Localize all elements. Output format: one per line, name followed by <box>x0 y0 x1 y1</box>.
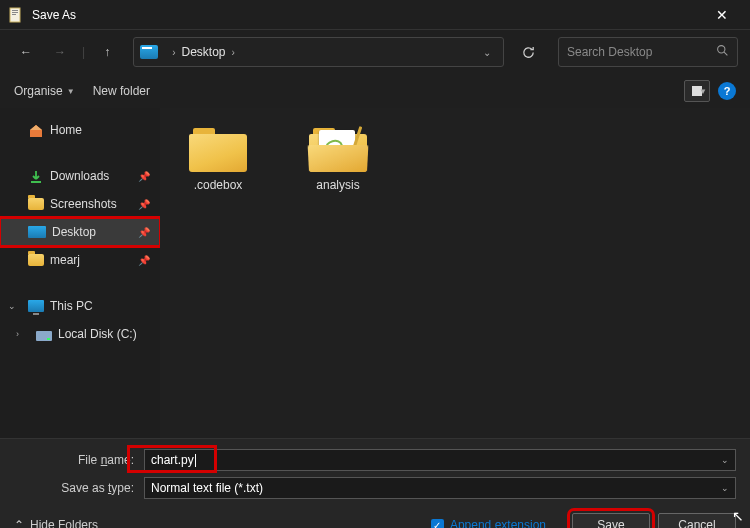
chevron-down-icon[interactable]: ⌄ <box>721 455 729 465</box>
savetype-select[interactable]: Normal text file (*.txt) ⌄ <box>144 477 736 499</box>
folder-icon <box>309 128 367 172</box>
help-button[interactable]: ? <box>718 82 736 100</box>
breadcrumb-bar[interactable]: › Desktop › ⌄ <box>133 37 504 67</box>
refresh-button[interactable] <box>514 38 542 66</box>
svg-line-5 <box>724 52 727 55</box>
folder-icon <box>28 198 44 210</box>
pin-icon: 📌 <box>138 199 150 210</box>
svg-rect-3 <box>12 14 16 15</box>
pin-icon: 📌 <box>138 171 150 182</box>
sidebar-item-mearj[interactable]: mearj 📌 <box>0 246 160 274</box>
search-placeholder: Search Desktop <box>567 45 652 59</box>
folder-label: analysis <box>316 178 359 192</box>
sidebar-item-screenshots[interactable]: Screenshots 📌 <box>0 190 160 218</box>
hide-folders-toggle[interactable]: ⌃ Hide Folders <box>14 518 98 528</box>
sidebar-item-label: Local Disk (C:) <box>58 327 137 341</box>
home-icon <box>28 123 44 137</box>
folder-label: .codebox <box>194 178 243 192</box>
window-title: Save As <box>32 8 702 22</box>
sidebar: Home Downloads 📌 Screenshots 📌 Desktop 📌… <box>0 108 160 438</box>
back-button[interactable]: ← <box>12 38 40 66</box>
chevron-right-icon[interactable]: › <box>16 329 19 339</box>
cancel-button[interactable]: Cancel <box>658 513 736 528</box>
download-icon <box>28 169 44 183</box>
sidebar-item-downloads[interactable]: Downloads 📌 <box>0 162 160 190</box>
sidebar-item-home[interactable]: Home <box>0 116 160 144</box>
pin-icon: 📌 <box>138 255 150 266</box>
highlight-filename <box>127 445 217 473</box>
sidebar-item-local-disk[interactable]: › Local Disk (C:) <box>0 320 160 348</box>
folder-icon <box>189 128 247 172</box>
chevron-right-icon: › <box>232 47 235 58</box>
search-input[interactable]: Search Desktop <box>558 37 738 67</box>
search-icon <box>716 44 729 60</box>
app-icon <box>8 7 24 23</box>
up-button[interactable]: ↑ <box>93 38 121 66</box>
chevron-right-icon: › <box>172 47 175 58</box>
forward-button[interactable]: → <box>46 38 74 66</box>
chevron-up-icon: ⌃ <box>14 518 24 528</box>
append-extension-checkbox[interactable]: ✓ Append extension <box>431 518 546 528</box>
breadcrumb-dropdown[interactable]: ⌄ <box>477 47 497 58</box>
desktop-icon <box>28 226 46 238</box>
titlebar: Save As ✕ <box>0 0 750 30</box>
new-folder-button[interactable]: New folder <box>93 84 150 98</box>
pin-icon: 📌 <box>138 227 150 238</box>
folder-content-area[interactable]: .codebox analysis <box>160 108 750 438</box>
pc-icon <box>28 300 44 312</box>
checkbox-checked-icon: ✓ <box>431 519 444 529</box>
close-button[interactable]: ✕ <box>702 7 742 23</box>
sidebar-item-label: Screenshots <box>50 197 117 211</box>
sidebar-item-label: mearj <box>50 253 80 267</box>
chevron-down-icon: ▼ <box>67 87 75 96</box>
svg-rect-2 <box>12 12 18 13</box>
svg-point-4 <box>718 46 725 53</box>
filename-input[interactable]: chart.py ⌄ <box>144 449 736 471</box>
save-button[interactable]: Save <box>572 513 650 528</box>
drive-icon <box>36 331 52 341</box>
svg-rect-1 <box>12 10 18 11</box>
sidebar-item-label: This PC <box>50 299 93 313</box>
sidebar-item-label: Home <box>50 123 82 137</box>
breadcrumb-location[interactable]: Desktop <box>181 45 225 59</box>
toolbar: Organise ▼ New folder ▼ ? <box>0 74 750 108</box>
sidebar-item-label: Downloads <box>50 169 109 183</box>
savetype-label: Save as type: <box>14 481 144 495</box>
folder-icon <box>28 254 44 266</box>
desktop-icon <box>140 45 158 59</box>
sidebar-item-this-pc[interactable]: ⌄ This PC <box>0 292 160 320</box>
sidebar-item-desktop[interactable]: Desktop 📌 <box>0 218 160 246</box>
nav-bar: ← → | ↑ › Desktop › ⌄ Search Desktop <box>0 30 750 74</box>
chevron-down-icon[interactable]: ⌄ <box>721 483 729 493</box>
view-mode-button[interactable]: ▼ <box>684 80 710 102</box>
folder-analysis[interactable]: analysis <box>290 122 386 198</box>
footer: File name: chart.py ⌄ Save as type: Norm… <box>0 438 750 528</box>
sidebar-item-label: Desktop <box>52 225 96 239</box>
filename-label: File name: <box>14 453 144 467</box>
folder-codebox[interactable]: .codebox <box>170 122 266 198</box>
organise-menu[interactable]: Organise ▼ <box>14 84 75 98</box>
chevron-down-icon[interactable]: ⌄ <box>8 301 16 311</box>
chevron-down-icon: ▼ <box>699 87 707 96</box>
